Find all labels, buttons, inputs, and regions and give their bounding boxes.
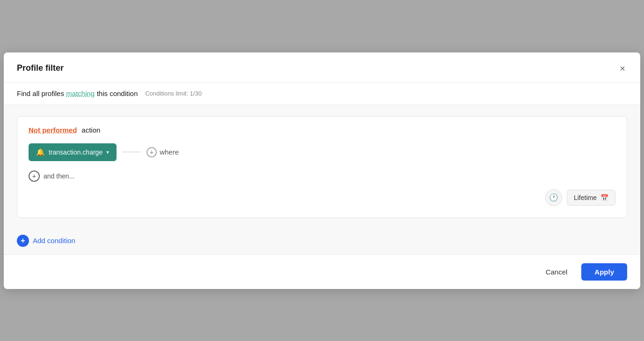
lifetime-button[interactable]: Lifetime 📅 — [567, 190, 615, 206]
lifetime-label: Lifetime — [574, 194, 597, 201]
modal-footer: Cancel Apply — [4, 254, 640, 289]
add-condition-button[interactable]: + Add condition — [17, 235, 75, 247]
add-condition-row: + Add condition — [17, 225, 627, 247]
plus-blue-icon: + — [17, 235, 29, 247]
plus-circle-icon: + — [146, 147, 157, 157]
clock-icon: 🕐 — [549, 193, 558, 202]
line-separator — [122, 152, 141, 152]
cancel-button[interactable]: Cancel — [537, 263, 576, 281]
event-label: transaction.charge — [49, 148, 102, 156]
modal-overlay: Profile filter × Find all profiles match… — [0, 0, 644, 341]
profile-filter-modal: Profile filter × Find all profiles match… — [4, 52, 640, 289]
modal-header: Profile filter × — [4, 52, 640, 83]
action-row: 🔔 transaction.charge ▾ + where — [29, 143, 615, 161]
condition-card: Not performed action 🔔 transaction.charg… — [17, 116, 627, 218]
subtitle-prefix: Find all profiles — [17, 89, 64, 97]
matching-label[interactable]: matching — [66, 89, 95, 97]
and-then-label: and then... — [44, 172, 74, 180]
chevron-down-icon: ▾ — [106, 149, 109, 156]
add-condition-label: Add condition — [33, 237, 75, 245]
modal-body: Not performed action 🔔 transaction.charg… — [4, 105, 640, 254]
subtitle-bar: Find all profiles matching this conditio… — [4, 83, 640, 105]
apply-button[interactable]: Apply — [581, 263, 627, 281]
bell-icon: 🔔 — [36, 148, 45, 156]
action-label: action — [81, 126, 100, 134]
modal-title: Profile filter — [17, 63, 64, 73]
calendar-icon: 📅 — [600, 194, 608, 201]
close-icon: × — [620, 64, 625, 73]
close-button[interactable]: × — [618, 62, 627, 75]
where-label: where — [160, 148, 179, 156]
not-performed-label[interactable]: Not performed — [29, 126, 77, 134]
where-button[interactable]: + where — [146, 147, 179, 157]
plus-dark-icon: + — [29, 170, 40, 182]
performed-row: Not performed action — [29, 126, 615, 134]
time-row: 🕐 Lifetime 📅 — [29, 189, 615, 206]
subtitle-suffix: this condition — [97, 89, 138, 97]
conditions-limit: Conditions limit: 1/30 — [145, 90, 202, 97]
and-then-button[interactable]: + and then... — [29, 170, 74, 182]
clock-icon-button[interactable]: 🕐 — [545, 189, 562, 206]
and-then-row: + and then... — [29, 170, 615, 182]
event-selector-button[interactable]: 🔔 transaction.charge ▾ — [29, 143, 117, 161]
